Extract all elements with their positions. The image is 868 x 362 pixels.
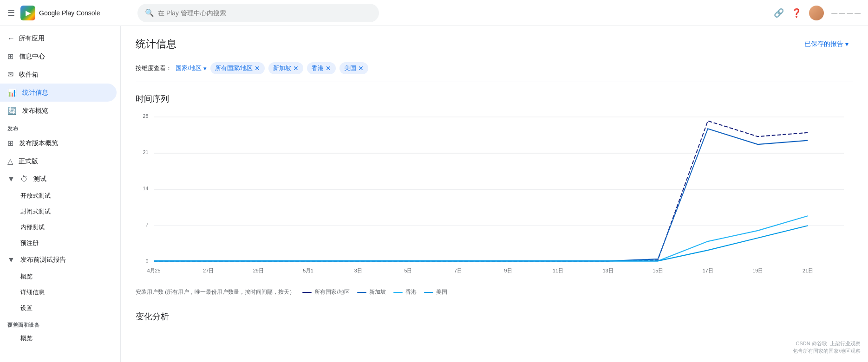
legend-all-countries-line [302, 292, 312, 293]
sidebar-label-open-test: 开放式测试 [20, 192, 51, 199]
main-content: 统计信息 已保存的报告 ▾ 按维度查看： 国家/地区 ▾ 所有国家/地区 ✕ 新… [121, 26, 868, 362]
back-icon: ← [7, 34, 15, 43]
sidebar-item-pre-launch[interactable]: ▼ 发布前测试报告 [0, 251, 117, 269]
saved-reports-button[interactable]: 已保存的报告 ▾ [800, 37, 853, 51]
sidebar-label-test: 测试 [33, 175, 46, 183]
saved-reports-label: 已保存的报告 [804, 40, 843, 48]
sidebar-item-test[interactable]: ▼ ⏱ 测试 [0, 170, 117, 188]
hamburger-icon[interactable]: ☰ [7, 8, 15, 18]
svg-text:11日: 11日 [553, 267, 563, 273]
sidebar-item-inbox[interactable]: ✉ 收件箱 [0, 65, 117, 84]
chip-close-hongkong[interactable]: ✕ [326, 65, 331, 72]
link-icon[interactable]: 🔗 [774, 8, 784, 18]
chip-label-hongkong: 香港 [312, 64, 324, 72]
sidebar-item-preregister[interactable]: 预注册 [0, 235, 117, 251]
chip-close-usa[interactable]: ✕ [358, 65, 364, 72]
avatar[interactable] [809, 6, 824, 20]
filter-chip-singapore[interactable]: 新加坡 ✕ [268, 62, 303, 74]
statistics-icon: 📊 [7, 88, 17, 97]
sidebar-item-release-overview[interactable]: 🔄 发布概览 [0, 102, 117, 120]
brand-name: Google Play Console [39, 9, 100, 17]
release-version-icon: ⊞ [7, 139, 13, 148]
page-title: 统计信息 [136, 37, 176, 51]
svg-text:27日: 27日 [203, 267, 214, 273]
sidebar-label-release-overview: 发布概览 [22, 107, 48, 115]
test-expand-icon: ▼ [7, 175, 15, 183]
chart-section-title: 时间序列 [136, 93, 853, 104]
chip-close-singapore[interactable]: ✕ [293, 65, 299, 72]
sidebar-label-settings: 设置 [20, 304, 33, 311]
legend-usa-line [424, 292, 433, 293]
sidebar-item-info-center[interactable]: ⊞ 信息中心 [0, 47, 117, 65]
svg-text:14: 14 [143, 186, 148, 191]
legend-singapore-label: 新加坡 [369, 288, 386, 296]
legend-all-countries-label: 所有国家/地区 [314, 288, 349, 296]
svg-text:21日: 21日 [803, 267, 813, 273]
svg-text:9日: 9日 [504, 267, 512, 273]
filter-chip-usa[interactable]: 美国 ✕ [339, 62, 368, 74]
help-icon[interactable]: ❓ [791, 8, 802, 18]
main-layout: ← 所有应用 ⊞ 信息中心 ✉ 收件箱 📊 统计信息 🔄 发布概览 发布 ⊞ 发… [0, 26, 868, 362]
sidebar-item-statistics[interactable]: 📊 统计信息 [0, 84, 117, 102]
info-center-icon: ⊞ [7, 52, 13, 61]
legend-metric-text: 安装用户数 (所有用户，唯一最份用户数量，按时间间隔，按天） [136, 288, 295, 296]
legend-singapore-line [357, 292, 366, 293]
brand-icon: ▶ [20, 6, 35, 20]
topbar: ☰ ▶ Google Play Console 🔍 🔗 ❓ — — — — [0, 0, 868, 26]
legend-hongkong-line [393, 292, 403, 293]
watermark-line2: 包含所有国家的国家/地区观察 [793, 348, 861, 355]
filter-dimension-label: 按维度查看： [136, 64, 172, 72]
sidebar-label-inbox: 收件箱 [19, 71, 39, 79]
chip-close-all-countries[interactable]: ✕ [255, 65, 260, 72]
sidebar-item-open-test[interactable]: 开放式测试 [0, 188, 117, 204]
back-button[interactable]: ← 所有应用 [0, 30, 120, 47]
legend-all-countries: 所有国家/地区 [302, 288, 349, 296]
search-container: 🔍 [137, 4, 379, 22]
sidebar-item-internal-test[interactable]: 内部测试 [0, 220, 117, 235]
sidebar-item-pre-overview[interactable]: 概览 [0, 269, 117, 284]
sidebar-item-coverage-overview[interactable]: 概览 [0, 330, 117, 346]
search-input[interactable] [158, 9, 372, 17]
user-name: — — — — [831, 9, 861, 16]
chart-legend: 安装用户数 (所有用户，唯一最份用户数量，按时间间隔，按天） 所有国家/地区 新… [136, 288, 853, 296]
svg-text:28: 28 [143, 113, 148, 119]
chip-label-all-countries: 所有国家/地区 [215, 64, 253, 72]
brand[interactable]: ▶ Google Play Console [20, 6, 100, 20]
svg-text:4月25: 4月25 [147, 267, 161, 273]
test-icon: ⏱ [20, 175, 28, 183]
usa-line [154, 226, 808, 261]
filter-chip-hongkong[interactable]: 香港 ✕ [307, 62, 336, 74]
filter-chip-all-countries[interactable]: 所有国家/地区 ✕ [210, 62, 265, 74]
filter-bar: 按维度查看： 国家/地区 ▾ 所有国家/地区 ✕ 新加坡 ✕ 香港 ✕ 美国 ✕ [136, 58, 853, 82]
sidebar-label-pre-launch: 发布前测试报告 [20, 256, 66, 264]
sidebar-label-details: 详细信息 [20, 289, 45, 296]
all-countries-line [154, 121, 808, 261]
sidebar-item-settings[interactable]: 设置 [0, 300, 117, 316]
sidebar-item-details[interactable]: 详细信息 [0, 284, 117, 300]
sidebar-item-official[interactable]: △ 正式版 [0, 152, 117, 170]
sidebar-label-official: 正式版 [19, 157, 38, 166]
sidebar-label-release-version: 发布版本概览 [19, 139, 58, 148]
search-icon: 🔍 [145, 8, 154, 17]
legend-hongkong-label: 香港 [405, 288, 417, 296]
svg-text:0: 0 [145, 258, 148, 264]
time-series-chart: 28 21 14 7 0 4月25 27日 29日 5月1 3日 5日 7日 [136, 108, 853, 284]
dimension-dropdown[interactable]: 国家/地区 ▾ [176, 64, 207, 72]
sidebar-label-internal-test: 内部测试 [20, 224, 45, 231]
sidebar-label-coverage-overview: 概览 [20, 335, 33, 342]
chart-container: 28 21 14 7 0 4月25 27日 29日 5月1 3日 5日 7日 [136, 108, 853, 284]
coverage-section-label: 覆盖面和设备 [0, 316, 120, 330]
official-icon: △ [7, 157, 13, 166]
pre-launch-expand-icon: ▼ [7, 256, 15, 264]
sidebar: ← 所有应用 ⊞ 信息中心 ✉ 收件箱 📊 统计信息 🔄 发布概览 发布 ⊞ 发… [0, 26, 121, 362]
svg-text:19日: 19日 [752, 267, 763, 273]
hongkong-line [154, 216, 808, 261]
svg-text:7日: 7日 [454, 267, 462, 273]
sidebar-item-release-version[interactable]: ⊞ 发布版本概览 [0, 134, 117, 152]
svg-text:3日: 3日 [354, 267, 362, 273]
search-box: 🔍 [137, 4, 379, 22]
svg-text:15日: 15日 [653, 267, 663, 273]
svg-text:21: 21 [143, 149, 148, 155]
topbar-left: ☰ ▶ Google Play Console [7, 6, 128, 20]
sidebar-item-closed-test[interactable]: 封闭式测试 [0, 204, 117, 220]
